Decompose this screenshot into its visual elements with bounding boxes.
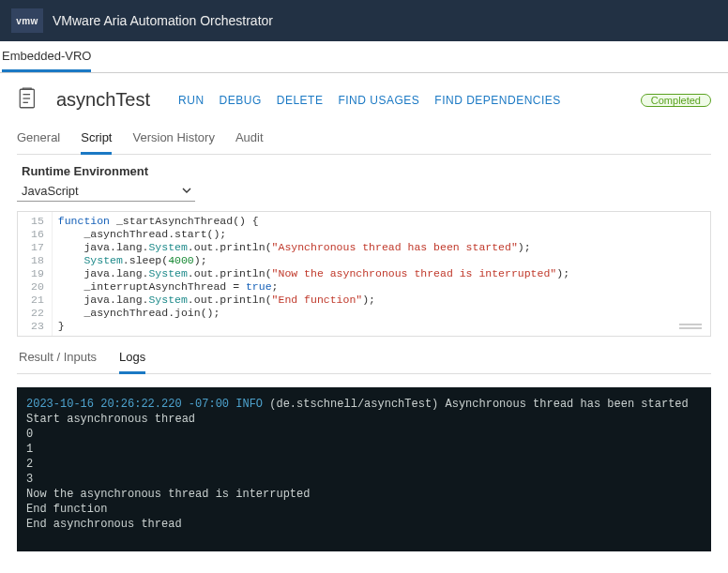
code-line[interactable]: }	[58, 320, 569, 333]
code-editor[interactable]: 151617181920212223 function _startAsynch…	[17, 211, 711, 337]
code-line[interactable]: function _startAsynchThread() {	[58, 215, 569, 228]
item-header: asynchTest RUN DEBUG DELETE FIND USAGES …	[17, 86, 711, 113]
log-line: Now the asynchronous thread is interrupt…	[26, 487, 702, 502]
code-line[interactable]: java.lang.System.out.println("Now the as…	[58, 267, 569, 280]
line-number: 17	[31, 241, 44, 254]
runtime-select[interactable]: JavaScript	[17, 182, 195, 202]
log-line: 2023-10-16 20:26:22.220 -07:00 INFO (de.…	[26, 397, 702, 412]
line-number: 16	[31, 228, 44, 241]
log-console[interactable]: 2023-10-16 20:26:22.220 -07:00 INFO (de.…	[17, 387, 711, 551]
app-header: vmw VMware Aria Automation Orchestrator	[0, 0, 728, 41]
log-line: 0	[26, 427, 702, 442]
code-line[interactable]: java.lang.System.out.println("End functi…	[58, 294, 569, 307]
tab-general[interactable]: General	[17, 125, 60, 154]
line-number: 15	[31, 215, 44, 228]
line-number: 20	[31, 280, 44, 294]
runtime-value: JavaScript	[22, 184, 79, 198]
log-line: 2	[26, 457, 702, 472]
drag-handle-icon[interactable]	[679, 324, 702, 329]
editor-gutter: 151617181920212223	[18, 212, 53, 336]
detail-tabs: General Script Version History Audit	[17, 125, 711, 155]
breadcrumb-item[interactable]: Embedded-VRO	[2, 41, 91, 72]
vmware-logo: vmw	[11, 8, 43, 33]
log-line: Start asynchronous thread	[26, 412, 702, 427]
workflow-icon	[17, 86, 41, 113]
code-line[interactable]: _asynchThread.join();	[58, 307, 569, 320]
product-name: VMware Aria Automation Orchestrator	[53, 13, 273, 28]
tab-logs[interactable]: Logs	[119, 344, 145, 374]
item-title: asynchTest	[56, 89, 150, 111]
line-number: 21	[31, 294, 44, 307]
code-line[interactable]: java.lang.System.out.println("Asynchrono…	[58, 241, 569, 254]
find-dependencies-button[interactable]: FIND DEPENDENCIES	[434, 94, 561, 107]
code-line[interactable]: System.sleep(4000);	[58, 254, 569, 267]
runtime-label: Runtime Environment	[22, 164, 711, 178]
line-number: 22	[31, 307, 44, 320]
line-number: 19	[31, 267, 44, 280]
code-line[interactable]: _interruptAsynchThread = true;	[58, 280, 569, 294]
editor-lines[interactable]: function _startAsynchThread() { _asynchT…	[53, 212, 575, 336]
tab-version-history[interactable]: Version History	[132, 125, 214, 154]
log-line: 3	[26, 472, 702, 487]
delete-button[interactable]: DELETE	[277, 94, 324, 107]
tab-result-inputs[interactable]: Result / Inputs	[19, 344, 97, 373]
find-usages-button[interactable]: FIND USAGES	[338, 94, 419, 107]
tab-script[interactable]: Script	[81, 125, 112, 155]
status-badge: Completed	[641, 94, 711, 107]
code-line[interactable]: _asynchThread.start();	[58, 228, 569, 241]
log-line: 1	[26, 442, 702, 457]
lower-tabs: Result / Inputs Logs	[17, 344, 711, 374]
log-line: End asynchronous thread	[26, 517, 702, 532]
chevron-down-icon	[182, 184, 191, 198]
run-button[interactable]: RUN	[178, 94, 205, 107]
log-line: End function	[26, 502, 702, 517]
breadcrumb: Embedded-VRO	[0, 41, 728, 73]
debug-button[interactable]: DEBUG	[220, 94, 262, 107]
line-number: 18	[31, 254, 44, 267]
line-number: 23	[31, 320, 44, 333]
tab-audit[interactable]: Audit	[235, 125, 264, 154]
